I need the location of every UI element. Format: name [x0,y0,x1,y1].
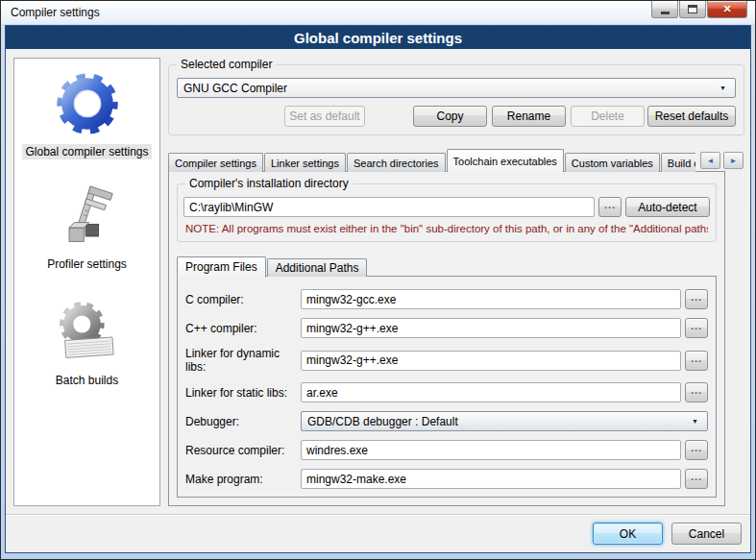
field-row-resource-compiler: Resource compiler: ... [185,440,708,460]
field-row-debugger: Debugger: GDB/CDB debugger : Default ▼ [185,411,708,431]
field-label: Linker for static libs: [185,386,301,400]
tab-linker-settings[interactable]: Linker settings [264,153,346,172]
selected-compiler-group-label: Selected compiler [177,58,276,71]
maximize-icon [688,5,697,13]
field-row-dynamic-linker: Linker for dynamic libs: ... [185,347,708,374]
selected-compiler-value: GNU GCC Compiler [183,82,287,95]
field-row-c-compiler: C compiler: ... [185,289,708,309]
page-title: Global compiler settings [294,30,462,46]
c-compiler-input[interactable] [301,289,681,309]
window-title: Compiler settings [11,6,100,19]
minimize-button[interactable] [651,1,678,18]
chevron-down-icon: ▼ [719,85,726,91]
field-label: Debugger: [185,415,301,428]
main-tabstrip: Compiler settings Linker settings Search… [168,148,744,172]
dialog-body: Global compiler settings [5,25,751,553]
installation-directory-group: Compiler's installation directory ... Au… [177,183,717,242]
static-linker-input[interactable] [301,382,681,402]
window-controls: ✕ [651,1,747,18]
field-row-cpp-compiler: C++ compiler: ... [185,318,708,338]
resource-compiler-browse-button[interactable]: ... [685,440,708,460]
field-label: Linker for dynamic libs: [185,347,301,374]
static-linker-browse-button[interactable]: ... [685,382,708,402]
field-row-make-program: Make program: ... [185,469,708,489]
installation-directory-browse-button[interactable]: ... [598,197,622,217]
compiler-buttons-row: Set as default Copy Rename Delete Reset … [177,106,736,127]
tab-compiler-settings[interactable]: Compiler settings [168,153,263,172]
sidebar-item-global-compiler-settings[interactable]: Global compiler settings [22,64,151,159]
copy-button[interactable]: Copy [413,106,487,127]
profiler-caliper-icon [51,184,122,254]
ok-button[interactable]: OK [593,523,663,545]
program-files-panel: C compiler: ... C++ compiler: ... Linker [177,276,717,498]
sidebar-item-label: Global compiler settings [22,144,151,159]
selected-compiler-group: Selected compiler GNU GCC Compiler ▼ Set… [168,64,744,135]
programs-notebook: Program Files Additional Paths C compile… [177,256,717,498]
make-program-input[interactable] [301,469,681,489]
close-icon: ✕ [722,3,731,15]
minimize-icon [661,12,670,14]
tabs-scroll-area: Compiler settings Linker settings Search… [168,148,695,172]
sidebar-item-label: Batch builds [53,373,121,388]
installation-directory-row: ... Auto-detect [183,197,710,217]
cpp-compiler-browse-button[interactable]: ... [685,318,708,338]
field-label: Make program: [185,473,301,486]
compiler-gear-icon [50,64,125,141]
titlebar[interactable]: Compiler settings [1,1,755,24]
chevron-down-icon: ▼ [692,418,698,425]
make-program-browse-button[interactable]: ... [685,469,708,489]
auto-detect-button[interactable]: Auto-detect [625,197,710,217]
dialog-header: Global compiler settings [6,26,750,49]
compiler-settings-window: Compiler settings ✕ Global compiler sett… [0,0,756,560]
debugger-value: GDB/CDB debugger : Default [307,415,458,428]
installation-note: NOTE: All programs must exist either in … [185,223,708,234]
selected-compiler-dropdown[interactable]: GNU GCC Compiler ▼ [177,78,736,98]
cpp-compiler-input[interactable] [301,318,681,338]
tab-scroll-left-button[interactable]: ◄ [700,152,720,169]
field-label: Resource compiler: [185,444,301,457]
reset-defaults-button[interactable]: Reset defaults [647,106,736,127]
close-button[interactable]: ✕ [707,1,747,18]
debugger-dropdown[interactable]: GDB/CDB debugger : Default ▼ [301,411,708,431]
field-row-static-linker: Linker for static libs: ... [185,382,708,402]
settings-sidebar: Global compiler settings [13,58,160,506]
dialog-content: Global compiler settings [6,49,750,506]
delete-button[interactable]: Delete [571,106,645,127]
dialog-footer: OK Cancel [6,514,750,552]
sidebar-item-label: Profiler settings [44,256,130,272]
tab-search-directories[interactable]: Search directories [347,153,446,172]
resource-compiler-input[interactable] [301,440,681,460]
subtab-additional-paths[interactable]: Additional Paths [267,258,368,277]
field-label: C compiler: [185,293,301,306]
tab-scroll-right-button[interactable]: ► [723,152,744,169]
batch-builds-icon [50,297,125,370]
tab-custom-variables[interactable]: Custom variables [565,153,660,172]
main-panel: Selected compiler GNU GCC Compiler ▼ Set… [168,58,744,506]
field-label: C++ compiler: [185,322,301,335]
programs-tabstrip: Program Files Additional Paths [177,256,717,277]
arrow-left-icon: ◄ [707,157,715,165]
dynamic-linker-input[interactable] [301,351,681,371]
tab-scroll-buttons: ◄ ► [700,152,744,169]
c-compiler-browse-button[interactable]: ... [685,289,708,309]
sidebar-item-profiler-settings[interactable]: Profiler settings [44,184,130,272]
tab-build-options[interactable]: Build options [661,153,695,172]
sidebar-item-batch-builds[interactable]: Batch builds [50,297,125,388]
maximize-button[interactable] [679,1,706,18]
dynamic-linker-browse-button[interactable]: ... [685,351,708,371]
subtab-program-files[interactable]: Program Files [177,256,266,278]
arrow-right-icon: ► [730,157,738,165]
tab-toolchain-executables[interactable]: Toolchain executables [447,149,564,172]
set-as-default-button[interactable]: Set as default [284,106,365,127]
rename-button[interactable]: Rename [492,106,566,127]
installation-directory-input[interactable] [183,197,595,217]
cancel-button[interactable]: Cancel [671,523,742,545]
installation-directory-group-label: Compiler's installation directory [185,177,353,190]
toolchain-executables-panel: Compiler's installation directory ... Au… [168,171,725,506]
